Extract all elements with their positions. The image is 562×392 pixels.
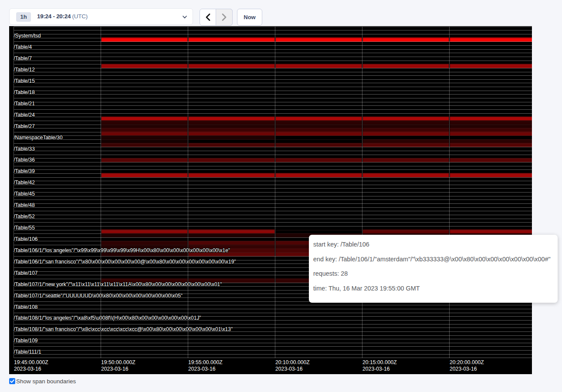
svg-text:/Table/106/1/"san francisco"/": /Table/106/1/"san francisco"/"\x80\x00\x… [14, 258, 236, 265]
svg-text:/Table/18: /Table/18 [14, 89, 35, 95]
svg-text:20:15:00.000Z: 20:15:00.000Z [362, 359, 397, 365]
svg-text:/Table/36: /Table/36 [14, 157, 35, 163]
svg-text:/Table/7: /Table/7 [14, 55, 32, 62]
svg-text:/Table/33: /Table/33 [14, 145, 35, 152]
svg-text:/Table/107: /Table/107 [14, 270, 37, 276]
svg-text:/Table/109: /Table/109 [14, 338, 37, 344]
svg-text:/Table/108: /Table/108 [14, 304, 37, 310]
svg-text:19:50:00.000Z: 19:50:00.000Z [101, 359, 135, 365]
svg-text:/Table/39: /Table/39 [14, 168, 35, 175]
svg-text:/Table/107/1/"new york"/"\x11\: /Table/107/1/"new york"/"\x11\x11\x11\x1… [14, 281, 222, 287]
svg-text:2023-03-16: 2023-03-16 [275, 365, 303, 372]
svg-text:20:10:00.000Z: 20:10:00.000Z [275, 359, 310, 365]
svg-text:/Table/27: /Table/27 [14, 123, 35, 129]
svg-text:2023-03-16: 2023-03-16 [14, 365, 41, 372]
svg-text:/Table/24: /Table/24 [14, 112, 35, 118]
svg-text:/Table/108/1/"san francisco"/": /Table/108/1/"san francisco"/"\x8c\xcc\x… [14, 326, 233, 333]
svg-text:/System/tsd: /System/tsd [14, 33, 41, 39]
svg-text:2023-03-16: 2023-03-16 [362, 365, 390, 372]
svg-text:/Table/21: /Table/21 [14, 100, 35, 107]
svg-text:2023-03-16: 2023-03-16 [101, 365, 129, 372]
svg-text:/NamespaceTable/30: /NamespaceTable/30 [14, 134, 62, 141]
svg-text:/Table/15: /Table/15 [14, 78, 35, 84]
svg-text:/Table/108/1/"los angeles"/"\x: /Table/108/1/"los angeles"/"\xa8\xf5\u00… [14, 315, 201, 321]
svg-text:/Table/106/1/"los angeles"/"\x: /Table/106/1/"los angeles"/"\x99\x99\x99… [14, 247, 230, 253]
svg-text:19:45:00.000Z: 19:45:00.000Z [14, 359, 48, 365]
svg-text:/Table/45: /Table/45 [14, 191, 35, 197]
svg-text:2023-03-16: 2023-03-16 [188, 365, 216, 372]
svg-text:/Table/52: /Table/52 [14, 213, 35, 220]
svg-text:/Table/111/1: /Table/111/1 [14, 349, 41, 355]
svg-text:19:55:00.000Z: 19:55:00.000Z [188, 359, 223, 365]
svg-text:/Table/42: /Table/42 [14, 179, 35, 186]
svg-text:2023-03-16: 2023-03-16 [450, 365, 477, 372]
svg-text:/Table/4: /Table/4 [14, 44, 32, 51]
svg-text:/Table/12: /Table/12 [14, 67, 35, 73]
svg-text:/Table/48: /Table/48 [14, 202, 35, 209]
svg-text:/Table/107/1/"seattle"/"UUUUUU: /Table/107/1/"seattle"/"UUUUUUD\x00\x80\… [14, 292, 183, 299]
svg-text:20:20:00.000Z: 20:20:00.000Z [450, 359, 484, 365]
svg-text:/Table/55: /Table/55 [14, 225, 35, 231]
svg-text:/Table/106: /Table/106 [14, 236, 37, 243]
